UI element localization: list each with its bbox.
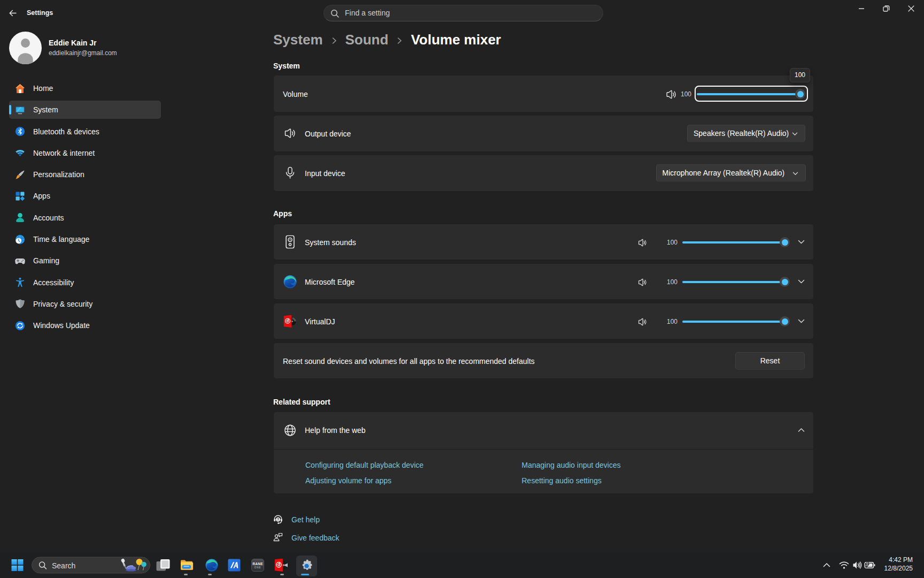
svg-text:?: ?	[277, 518, 279, 521]
